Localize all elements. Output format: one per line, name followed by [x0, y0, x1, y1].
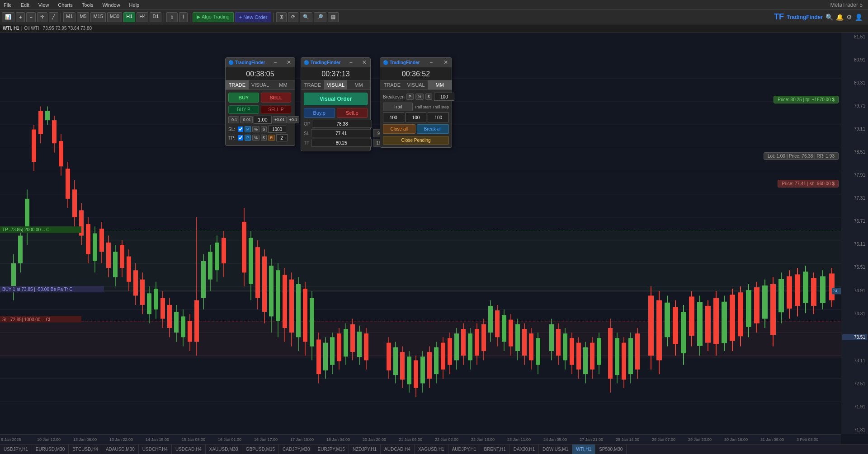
panel1-tab-visual[interactable]: VISUAL: [249, 80, 272, 89]
lot-plus-0.1-button[interactable]: +0.1: [288, 116, 299, 123]
tf-m15[interactable]: M15: [90, 12, 105, 22]
break-all-button[interactable]: Break all: [417, 124, 449, 134]
tf-h1[interactable]: H1: [123, 12, 135, 22]
tab-usdcad-h4[interactable]: USDCAD,H4: [172, 445, 206, 454]
op-value-input[interactable]: [312, 120, 372, 128]
lot-minus-0.01-button[interactable]: -0.01: [240, 116, 253, 123]
search-icon[interactable]: 🔍: [826, 14, 833, 21]
lot-minus-0.1-button[interactable]: -0.1: [228, 116, 239, 123]
tab-audcad-h4[interactable]: AUDCAD,H4: [381, 445, 415, 454]
panel3-close-button[interactable]: ✕: [443, 59, 449, 66]
zoom-in-button[interactable]: +: [16, 12, 25, 22]
tab-sp500-m30[interactable]: SP500,M30: [595, 445, 627, 454]
tab-audjpy-h1[interactable]: AUDJPY,H1: [448, 445, 481, 454]
panel1-sell-p-button[interactable]: SELL-P: [261, 105, 292, 114]
panel3-tab-mm[interactable]: MM: [428, 80, 452, 89]
tp-type-dollar-button[interactable]: $: [261, 135, 267, 141]
sell-p-visual-button[interactable]: Sell.p: [337, 108, 368, 118]
sl-type-p-button[interactable]: P: [245, 126, 251, 132]
menu-help[interactable]: Help: [127, 1, 142, 9]
visual-sl-value-input[interactable]: [311, 129, 371, 137]
tab-gbpusd-m15[interactable]: GBPUSD,M15: [242, 445, 279, 454]
tab-nzdjpy-h1[interactable]: NZDJPY,H1: [349, 445, 381, 454]
sl-value-input[interactable]: [268, 126, 286, 133]
tab-eurjpy-m15[interactable]: EURJPY,M15: [314, 445, 349, 454]
tp-type-pct-button[interactable]: %: [252, 135, 259, 141]
panel2-tab-mm[interactable]: MM: [347, 80, 370, 89]
tab-wti-h1[interactable]: WTI,H1: [572, 445, 595, 454]
panel2-close-button[interactable]: ✕: [361, 59, 368, 66]
close-pending-button[interactable]: Close Pending: [383, 136, 449, 145]
menu-charts[interactable]: Charts: [56, 1, 74, 9]
zoom-button[interactable]: 🔍: [300, 12, 312, 22]
trail-button[interactable]: Trail: [383, 103, 413, 111]
tp-type-r-button[interactable]: R: [268, 135, 275, 141]
sl-checkbox[interactable]: [238, 126, 243, 132]
panel3-tab-visual[interactable]: VISUAL: [404, 80, 428, 89]
panel1-buy-button[interactable]: BUY: [228, 93, 259, 103]
tf-m5[interactable]: M5: [77, 12, 89, 22]
breakeven-type-pct-button[interactable]: %: [415, 94, 424, 100]
panel1-sell-button[interactable]: SELL: [261, 93, 292, 103]
visual-order-button[interactable]: Visual Order: [304, 93, 368, 105]
chart-type-button[interactable]: 🕯: [166, 12, 178, 22]
tab-dow-us-m1[interactable]: DOW,US,M1: [539, 445, 572, 454]
sl-type-dollar-button[interactable]: $: [261, 126, 267, 132]
tab-btcusd-h4[interactable]: BTCUSD,H4: [69, 445, 102, 454]
panel1-close-button[interactable]: ✕: [286, 59, 292, 66]
view-button[interactable]: ▦: [328, 12, 339, 22]
menu-window[interactable]: Window: [100, 1, 122, 9]
tf-h4[interactable]: H4: [137, 12, 148, 22]
new-chart-button[interactable]: 📊: [2, 12, 14, 22]
panel1-tab-trade[interactable]: TRADE: [226, 80, 249, 89]
zoomout2-button[interactable]: 🔎: [314, 12, 326, 22]
algo-trading-button[interactable]: ▶ Algo Trading: [193, 12, 233, 22]
tf-m1[interactable]: M1: [63, 12, 75, 22]
sl-type-pct-button[interactable]: %: [252, 126, 259, 132]
menu-tools[interactable]: Tools: [80, 1, 95, 9]
breakeven-type-dollar-button[interactable]: $: [425, 94, 432, 100]
tab-cadjpy-m30[interactable]: CADJPY,M30: [279, 445, 314, 454]
close-all-button[interactable]: Close all: [383, 124, 415, 134]
tab-dax30-h1[interactable]: DAX30,H1: [510, 445, 539, 454]
breakeven-value-input[interactable]: [434, 93, 454, 101]
trail-value-input[interactable]: [383, 112, 404, 122]
tab-usdjpy-h1[interactable]: USDJPY,H1: [0, 445, 32, 454]
grid-button[interactable]: ⊞: [276, 12, 287, 22]
tf-d1[interactable]: D1: [150, 12, 161, 22]
trail-step-input[interactable]: [428, 112, 449, 122]
panel2-tab-trade[interactable]: TRADE: [301, 80, 324, 89]
visual-tp-value-input[interactable]: [311, 139, 372, 147]
tab-eurusd-m30[interactable]: EURUSD,M30: [32, 445, 69, 454]
panel3-tab-trade[interactable]: TRADE: [380, 80, 404, 89]
panel1-buy-p-button[interactable]: BUY-P: [228, 105, 259, 114]
line-tool-button[interactable]: ╱: [49, 12, 58, 22]
panel3-minimize-button[interactable]: −: [429, 59, 434, 66]
tab-xauusd-m30[interactable]: XAUUSD,M30: [206, 445, 242, 454]
lot-plus-0.01-button[interactable]: +0.01: [273, 116, 287, 123]
crosshair-button[interactable]: ✛: [37, 12, 47, 22]
zoom-out-button[interactable]: −: [26, 12, 35, 22]
tab-usdchf-h4[interactable]: USDCHF,H4: [139, 445, 172, 454]
trail-start-input[interactable]: [406, 112, 427, 122]
autoscroll-button[interactable]: ⟳: [288, 12, 298, 22]
notification-icon[interactable]: 🔔: [836, 14, 844, 21]
panel1-tab-mm[interactable]: MM: [272, 80, 295, 89]
settings-icon[interactable]: ⚙: [846, 14, 852, 21]
tp-type-p-button[interactable]: P: [245, 135, 251, 141]
panel1-minimize-button[interactable]: −: [273, 59, 278, 66]
lot-input[interactable]: [254, 116, 272, 124]
breakeven-type-p-button[interactable]: P: [406, 94, 414, 100]
tab-adausd-m30[interactable]: ADAUSD,M30: [102, 445, 139, 454]
tf-m30[interactable]: M30: [107, 12, 122, 22]
tab-brent-h1[interactable]: BRENT,H1: [480, 445, 509, 454]
menu-edit[interactable]: Edit: [19, 1, 31, 9]
tp-value-input[interactable]: [276, 134, 288, 141]
new-order-button[interactable]: + New Order: [235, 12, 272, 22]
menu-file[interactable]: File: [2, 1, 14, 9]
indicators-button[interactable]: ⌇: [179, 12, 188, 22]
panel2-tab-visual[interactable]: VISUAL: [324, 80, 347, 89]
tp-checkbox[interactable]: [238, 135, 243, 140]
menu-view[interactable]: View: [37, 1, 51, 9]
buy-p-visual-button[interactable]: Buy.p: [304, 108, 335, 118]
